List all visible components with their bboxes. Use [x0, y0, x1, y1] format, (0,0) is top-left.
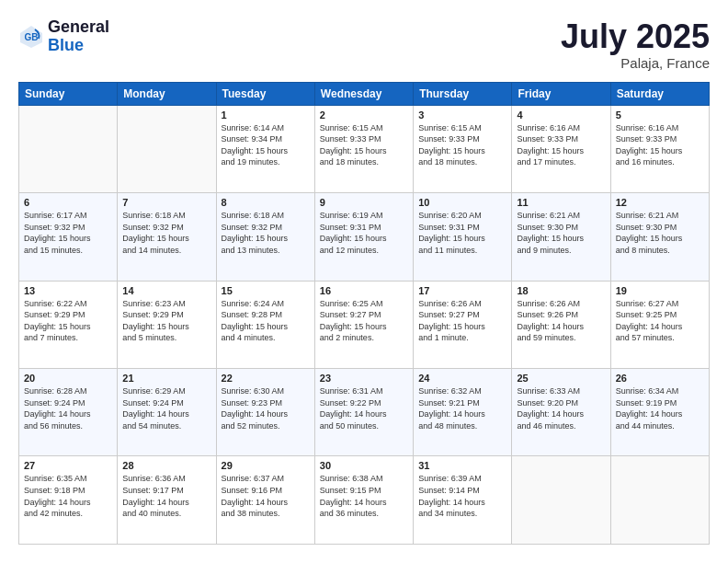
day-number: 5: [616, 109, 704, 121]
day-info: Sunrise: 6:39 AM Sunset: 9:14 PM Dayligh…: [418, 473, 506, 519]
calendar-cell: 15Sunrise: 6:24 AM Sunset: 9:28 PM Dayli…: [216, 281, 314, 368]
day-info: Sunrise: 6:25 AM Sunset: 9:27 PM Dayligh…: [320, 298, 408, 344]
day-number: 13: [24, 285, 112, 296]
calendar-cell: 2Sunrise: 6:15 AM Sunset: 9:33 PM Daylig…: [314, 105, 413, 192]
logo-text-block: General Blue: [48, 18, 109, 55]
calendar-cell: 23Sunrise: 6:31 AM Sunset: 9:22 PM Dayli…: [314, 369, 413, 456]
calendar-cell: 26Sunrise: 6:34 AM Sunset: 9:19 PM Dayli…: [610, 369, 709, 456]
day-info: Sunrise: 6:20 AM Sunset: 9:31 PM Dayligh…: [418, 210, 506, 256]
day-info: Sunrise: 6:34 AM Sunset: 9:19 PM Dayligh…: [616, 385, 704, 431]
logo-line2: Blue: [48, 37, 109, 55]
calendar-cell: 6Sunrise: 6:17 AM Sunset: 9:32 PM Daylig…: [19, 193, 118, 281]
calendar-cell: [610, 456, 709, 545]
day-info: Sunrise: 6:19 AM Sunset: 9:31 PM Dayligh…: [320, 210, 408, 256]
day-info: Sunrise: 6:27 AM Sunset: 9:25 PM Dayligh…: [616, 298, 704, 344]
day-number: 10: [418, 197, 506, 208]
day-info: Sunrise: 6:14 AM Sunset: 9:34 PM Dayligh…: [222, 122, 310, 168]
calendar-week-2: 6Sunrise: 6:17 AM Sunset: 9:32 PM Daylig…: [19, 193, 710, 281]
day-number: 1: [222, 109, 310, 121]
day-number: 12: [616, 197, 704, 208]
day-info: Sunrise: 6:37 AM Sunset: 9:16 PM Dayligh…: [222, 473, 310, 519]
day-info: Sunrise: 6:24 AM Sunset: 9:28 PM Dayligh…: [222, 298, 310, 344]
calendar-week-1: 1Sunrise: 6:14 AM Sunset: 9:34 PM Daylig…: [19, 105, 710, 192]
calendar-header: Sunday Monday Tuesday Wednesday Thursday…: [19, 82, 710, 105]
day-info: Sunrise: 6:22 AM Sunset: 9:29 PM Dayligh…: [24, 298, 112, 344]
day-info: Sunrise: 6:26 AM Sunset: 9:27 PM Dayligh…: [418, 298, 506, 344]
calendar-cell: 30Sunrise: 6:38 AM Sunset: 9:15 PM Dayli…: [314, 456, 413, 545]
day-info: Sunrise: 6:15 AM Sunset: 9:33 PM Dayligh…: [418, 122, 506, 168]
day-info: Sunrise: 6:28 AM Sunset: 9:24 PM Dayligh…: [24, 385, 112, 431]
calendar-cell: 29Sunrise: 6:37 AM Sunset: 9:16 PM Dayli…: [216, 456, 314, 545]
calendar-cell: 28Sunrise: 6:36 AM Sunset: 9:17 PM Dayli…: [118, 456, 216, 545]
calendar-cell: 7Sunrise: 6:18 AM Sunset: 9:32 PM Daylig…: [118, 193, 216, 281]
calendar-cell: [19, 105, 118, 192]
day-number: 27: [24, 460, 112, 471]
calendar-cell: 20Sunrise: 6:28 AM Sunset: 9:24 PM Dayli…: [19, 369, 118, 456]
day-info: Sunrise: 6:33 AM Sunset: 9:20 PM Dayligh…: [517, 385, 605, 431]
calendar-week-5: 27Sunrise: 6:35 AM Sunset: 9:18 PM Dayli…: [19, 456, 710, 545]
calendar-cell: 4Sunrise: 6:16 AM Sunset: 9:33 PM Daylig…: [512, 105, 610, 192]
day-number: 6: [24, 197, 112, 208]
day-info: Sunrise: 6:36 AM Sunset: 9:17 PM Dayligh…: [122, 473, 210, 519]
day-number: 15: [222, 285, 310, 296]
day-info: Sunrise: 6:32 AM Sunset: 9:21 PM Dayligh…: [418, 385, 506, 431]
day-number: 24: [418, 373, 506, 384]
day-number: 2: [320, 109, 408, 121]
day-info: Sunrise: 6:35 AM Sunset: 9:18 PM Dayligh…: [24, 473, 112, 519]
logo-line1: General: [48, 18, 109, 37]
day-number: 29: [222, 460, 310, 471]
svg-text:GB: GB: [25, 32, 39, 42]
col-saturday: Saturday: [610, 82, 709, 105]
day-info: Sunrise: 6:38 AM Sunset: 9:15 PM Dayligh…: [320, 473, 408, 519]
day-info: Sunrise: 6:31 AM Sunset: 9:22 PM Dayligh…: [320, 385, 408, 431]
header: GB General Blue July 2025 Palaja, France: [18, 18, 710, 71]
calendar-cell: 8Sunrise: 6:18 AM Sunset: 9:32 PM Daylig…: [216, 193, 314, 281]
day-number: 8: [222, 197, 310, 208]
page: GB General Blue July 2025 Palaja, France…: [0, 0, 728, 563]
calendar-cell: 19Sunrise: 6:27 AM Sunset: 9:25 PM Dayli…: [610, 281, 709, 368]
day-number: 28: [122, 460, 210, 471]
col-thursday: Thursday: [414, 82, 512, 105]
calendar-cell: 9Sunrise: 6:19 AM Sunset: 9:31 PM Daylig…: [314, 193, 413, 281]
calendar-cell: [512, 456, 610, 545]
logo: GB General Blue: [18, 18, 109, 55]
day-number: 21: [122, 373, 210, 384]
day-info: Sunrise: 6:18 AM Sunset: 9:32 PM Dayligh…: [122, 210, 210, 256]
day-info: Sunrise: 6:21 AM Sunset: 9:30 PM Dayligh…: [517, 210, 605, 256]
calendar-cell: 12Sunrise: 6:21 AM Sunset: 9:30 PM Dayli…: [610, 193, 709, 281]
day-number: 22: [222, 373, 310, 384]
col-wednesday: Wednesday: [314, 82, 413, 105]
day-number: 25: [517, 373, 605, 384]
day-info: Sunrise: 6:15 AM Sunset: 9:33 PM Dayligh…: [320, 122, 408, 168]
calendar-cell: 21Sunrise: 6:29 AM Sunset: 9:24 PM Dayli…: [118, 369, 216, 456]
calendar-week-4: 20Sunrise: 6:28 AM Sunset: 9:24 PM Dayli…: [19, 369, 710, 456]
calendar-body: 1Sunrise: 6:14 AM Sunset: 9:34 PM Daylig…: [19, 105, 710, 544]
day-number: 16: [320, 285, 408, 296]
calendar-cell: 31Sunrise: 6:39 AM Sunset: 9:14 PM Dayli…: [414, 456, 512, 545]
calendar-cell: 16Sunrise: 6:25 AM Sunset: 9:27 PM Dayli…: [314, 281, 413, 368]
header-row: Sunday Monday Tuesday Wednesday Thursday…: [19, 82, 710, 105]
calendar-cell: 18Sunrise: 6:26 AM Sunset: 9:26 PM Dayli…: [512, 281, 610, 368]
day-info: Sunrise: 6:18 AM Sunset: 9:32 PM Dayligh…: [222, 210, 310, 256]
day-number: 7: [122, 197, 210, 208]
day-info: Sunrise: 6:16 AM Sunset: 9:33 PM Dayligh…: [616, 122, 704, 168]
day-number: 3: [418, 109, 506, 121]
calendar-cell: 11Sunrise: 6:21 AM Sunset: 9:30 PM Dayli…: [512, 193, 610, 281]
logo-icon: GB: [18, 24, 44, 50]
day-number: 31: [418, 460, 506, 471]
day-number: 4: [517, 109, 605, 121]
month-title: July 2025: [561, 18, 710, 55]
calendar-cell: [118, 105, 216, 192]
day-number: 17: [418, 285, 506, 296]
day-info: Sunrise: 6:29 AM Sunset: 9:24 PM Dayligh…: [122, 385, 210, 431]
day-number: 9: [320, 197, 408, 208]
day-info: Sunrise: 6:30 AM Sunset: 9:23 PM Dayligh…: [222, 385, 310, 431]
day-number: 11: [517, 197, 605, 208]
col-monday: Monday: [118, 82, 216, 105]
day-info: Sunrise: 6:17 AM Sunset: 9:32 PM Dayligh…: [24, 210, 112, 256]
day-number: 20: [24, 373, 112, 384]
calendar-cell: 17Sunrise: 6:26 AM Sunset: 9:27 PM Dayli…: [414, 281, 512, 368]
calendar-cell: 22Sunrise: 6:30 AM Sunset: 9:23 PM Dayli…: [216, 369, 314, 456]
day-info: Sunrise: 6:16 AM Sunset: 9:33 PM Dayligh…: [517, 122, 605, 168]
title-block: July 2025 Palaja, France: [561, 18, 710, 71]
